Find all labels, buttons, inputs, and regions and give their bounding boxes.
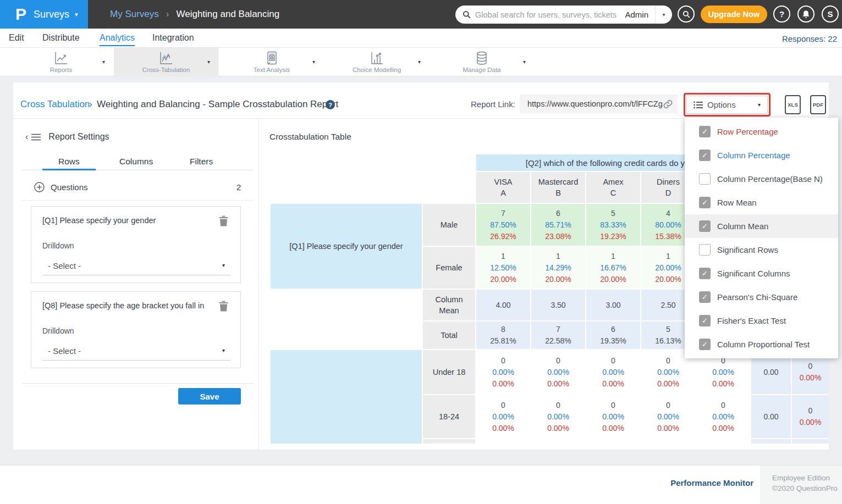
link-icon[interactable] (663, 99, 673, 109)
chevron-down-icon[interactable]: ▾ (418, 59, 421, 65)
toolbar-label: Cross-Tabulation (142, 67, 190, 73)
avatar[interactable]: S (822, 5, 839, 23)
delete-question-button[interactable] (219, 215, 228, 229)
search-input[interactable] (475, 10, 620, 19)
table-cell: 00.00%0.00% (641, 395, 695, 438)
breadcrumb-current: Weighting and Balancing (176, 9, 279, 20)
search-icon (463, 10, 471, 19)
upgrade-now-button[interactable]: Upgrade Now (701, 5, 767, 23)
toolbar-manage-data[interactable]: Manage Data (441, 48, 523, 76)
global-search[interactable]: Admin ▾ (455, 5, 672, 24)
drilldown-select[interactable]: - Select - (48, 346, 81, 356)
table-cell: 00.00%0.00% (531, 395, 585, 438)
checkbox[interactable]: ✓ (699, 268, 711, 279)
report-settings-header[interactable]: ‹ Report Settings (25, 132, 109, 142)
checkbox[interactable]: ✓ (699, 315, 711, 326)
help-icon[interactable]: ? (326, 100, 335, 109)
row-label-total: Total (423, 322, 475, 349)
chevron-down-icon[interactable]: ▾ (523, 59, 526, 65)
report-link-box[interactable]: https://www.questionpro.com/t/lFFCZg (520, 95, 678, 113)
chevron-down-icon[interactable]: ▾ (102, 59, 105, 65)
table-cell: 116.67%20.00% (586, 247, 640, 289)
search-scope[interactable]: Admin (625, 10, 648, 19)
report-url[interactable]: https://www.questionpro.com/t/lFFCZg (527, 99, 663, 108)
chevron-down-icon: ▾ (75, 11, 78, 18)
breadcrumb-separator: › (166, 9, 169, 20)
checkbox[interactable]: ✓ (699, 291, 711, 303)
notifications-button[interactable] (797, 5, 815, 23)
chevron-down-icon[interactable]: ▾ (312, 59, 315, 65)
breadcrumb: My Surveys › Weighting and Balancing (110, 0, 279, 29)
menu-item-pearsons-chi-square[interactable]: ✓ Pearson's Chi-Square (685, 285, 838, 309)
menu-item-significant-rows[interactable]: ✓ Significant Rows (685, 238, 838, 262)
menu-item-row-mean[interactable]: ✓ Row Mean (685, 191, 838, 214)
checkbox[interactable]: ✓ (699, 339, 711, 350)
toolbar-text-analysis[interactable]: Text Analysis (230, 48, 313, 76)
drilldown-select[interactable]: - Select - (48, 261, 81, 270)
toolbar-reports[interactable]: Reports (20, 48, 102, 76)
cross-tabulation-link[interactable]: Cross Tabulation (20, 99, 90, 110)
menu-item-column-percentage-base-n[interactable]: ✓ Column Percentage(Base N) (685, 167, 838, 191)
chevron-down-icon[interactable]: ▾ (222, 347, 225, 353)
check-icon: ✓ (702, 269, 708, 278)
help-button[interactable]: ? (773, 5, 790, 23)
table-cell: 619.35% (586, 322, 640, 349)
checkbox[interactable]: ✓ (699, 173, 711, 185)
breadcrumb-my-surveys[interactable]: My Surveys (110, 9, 159, 20)
tab-filters[interactable]: Filters (190, 157, 213, 167)
menu-item-fishers-exact-test[interactable]: ✓ Fisher's Exact Test (685, 309, 838, 333)
column-header-amex: AmexC (586, 172, 640, 203)
trash-icon (219, 215, 228, 226)
checkbox[interactable]: ✓ (699, 126, 711, 137)
breadcrumb-separator: › (89, 99, 92, 110)
tab-columns[interactable]: Columns (119, 157, 153, 167)
checkbox[interactable]: ✓ (699, 220, 711, 232)
checkbox[interactable]: ✓ (699, 197, 711, 208)
options-button[interactable]: Options ▾ (686, 96, 768, 114)
menu-item-column-mean[interactable]: ✓ Column Mean (685, 214, 838, 238)
edition-label: Employee Edition (772, 473, 842, 483)
question-card-q8: [Q8] Please specify the age bracket you … (31, 291, 241, 368)
column-header-visa: VISAA (476, 172, 530, 203)
toolbar-cross-tabulation[interactable]: Cross-Tabulation (114, 48, 218, 76)
add-question-button[interactable] (34, 182, 45, 195)
export-xls-button[interactable]: XLS (785, 95, 801, 114)
cross-tab-chart-icon (159, 51, 173, 65)
table-cell: 3.00 (586, 290, 640, 320)
question-text: [Q1] Please specify your gender (42, 216, 207, 225)
menu-item-column-percentage[interactable]: ✓ Column Percentage (685, 143, 838, 167)
row-label-column-mean: Column Mean (423, 290, 475, 320)
tab-rows[interactable]: Rows (58, 157, 80, 167)
report-link-label: Report Link: (471, 99, 515, 109)
responses-count: Responses: 22 (782, 34, 837, 43)
questions-count: 2 (236, 182, 241, 192)
chevron-down-icon[interactable]: ▾ (207, 59, 210, 65)
tab-analytics[interactable]: Analytics (100, 33, 135, 46)
export-pdf-button[interactable]: PDF (810, 95, 826, 114)
tab-edit[interactable]: Edit (9, 33, 24, 45)
check-icon: ✓ (702, 293, 708, 301)
performance-monitor-link[interactable]: Performance Monitor (572, 478, 753, 488)
table-cell (751, 439, 791, 444)
checkbox[interactable]: ✓ (699, 149, 711, 161)
table-cell: 00.00%0.00% (586, 350, 640, 394)
checkbox[interactable]: ✓ (699, 244, 711, 256)
tab-integration[interactable]: Integration (152, 33, 194, 45)
toolbar-choice-modelling[interactable]: Choice Modelling (335, 48, 418, 76)
search-submit-button[interactable] (678, 5, 695, 23)
hamburger-icon (31, 134, 41, 141)
table-cell: 00.00%0.00% (531, 350, 585, 394)
menu-item-significant-columns[interactable]: ✓ Significant Columns (685, 262, 838, 285)
menu-item-row-percentage[interactable]: ✓ Row Percentage (685, 120, 838, 143)
product-switcher[interactable]: P Surveys ▾ (0, 0, 88, 29)
delete-question-button[interactable] (219, 301, 228, 314)
table-cell (792, 439, 829, 444)
save-button[interactable]: Save (178, 388, 241, 405)
menu-item-column-proportional-test[interactable]: ✓ Column Proportional Test (685, 333, 838, 356)
chevron-down-icon[interactable]: ▾ (222, 262, 225, 268)
trash-icon (219, 301, 228, 312)
chevron-down-icon[interactable]: ▾ (656, 12, 672, 18)
copyright: ©2020 QuestionPro (772, 483, 842, 494)
toolbar-label: Text Analysis (254, 67, 290, 73)
tab-distribute[interactable]: Distribute (42, 33, 80, 45)
